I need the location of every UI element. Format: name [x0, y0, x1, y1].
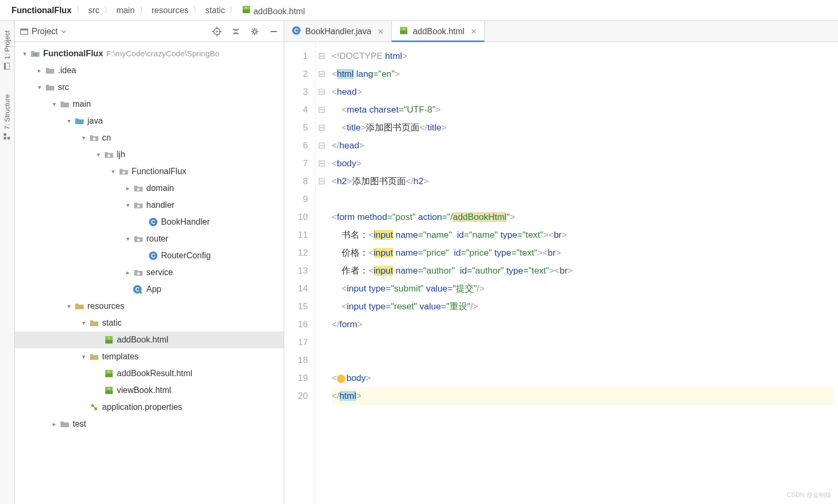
package-icon	[103, 150, 115, 159]
tree-row[interactable]: ▾src	[15, 79, 284, 96]
svg-rect-50	[400, 31, 407, 34]
html-icon: 5	[242, 5, 251, 14]
tree-label: cn	[102, 133, 111, 143]
tree-row[interactable]: ▾java	[15, 113, 284, 129]
tree-label: resources	[87, 301, 124, 311]
tree-arrow-icon[interactable]: ▾	[20, 50, 29, 57]
tree-row[interactable]: CApp	[15, 281, 284, 298]
svg-text:C: C	[135, 286, 139, 293]
tree-arrow-icon[interactable]: ▸	[123, 269, 133, 276]
props-icon	[88, 402, 100, 412]
editor-tabs: CBookHandler.java✕5addBook.html✕	[284, 21, 838, 42]
tree-arrow-icon[interactable]: ▸	[123, 185, 133, 192]
tree-arrow-icon[interactable]: ▸	[35, 67, 44, 74]
tree-row[interactable]: CRouterConfig	[15, 247, 284, 264]
tree-label: BookHandler	[161, 217, 210, 227]
tree-row[interactable]: ▸service	[15, 264, 284, 281]
tree-row[interactable]: 5viewBook.html	[15, 382, 284, 399]
folder-icon	[44, 83, 56, 92]
breadcrumb-item[interactable]: resources	[148, 6, 192, 15]
svg-point-25	[137, 205, 140, 208]
tree-row[interactable]: application.properties	[15, 399, 284, 416]
tree-label: handler	[146, 200, 174, 210]
tree-row[interactable]: ▾cn	[15, 129, 284, 146]
tree-row[interactable]: ▾static	[15, 315, 284, 331]
tree-arrow-icon[interactable]: ▾	[79, 134, 88, 142]
tree-row[interactable]: ▸test	[15, 416, 284, 432]
minimize-icon[interactable]	[269, 27, 278, 36]
breadcrumb: FunctionalFlux〉src〉main〉resources〉static…	[0, 0, 838, 21]
tree-arrow-icon[interactable]: ▾	[123, 235, 133, 243]
tree-row[interactable]: ▾main	[15, 96, 284, 113]
tree-row[interactable]: ▾FunctionalFluxF:\myCode\crazyCode\Sprin…	[15, 45, 284, 62]
tree-arrow-icon[interactable]: ▸	[49, 420, 59, 428]
tree-row[interactable]: ▾resources	[15, 298, 284, 315]
tree-label: addBook.html	[117, 335, 168, 345]
tree-arrow-icon[interactable]: ▾	[79, 353, 88, 360]
code-area[interactable]: 1234567891011121314151617181920 ⊟⊟⊟⊟⊟⊟⊟⊟…	[284, 42, 838, 504]
svg-rect-4	[5, 63, 6, 69]
tree-row[interactable]: ▾FunctionalFlux	[15, 163, 284, 180]
breadcrumb-item[interactable]: static	[202, 6, 228, 15]
svg-rect-41	[105, 390, 113, 394]
project-panel-title[interactable]: Project	[20, 27, 208, 36]
html-icon: 5	[399, 26, 408, 37]
package-icon	[133, 201, 144, 209]
project-tree[interactable]: ▾FunctionalFluxF:\myCode\crazyCode\Sprin…	[15, 42, 284, 504]
gear-icon[interactable]	[250, 27, 260, 36]
gutter-tab[interactable]: 7: Structure	[2, 90, 12, 144]
svg-rect-38	[105, 374, 113, 377]
tree-row[interactable]: ▸.idea	[15, 62, 284, 79]
breadcrumb-item[interactable]: FunctionalFlux	[8, 6, 75, 15]
tree-arrow-icon[interactable]: ▾	[94, 151, 103, 158]
tree-arrow-icon[interactable]: ▾	[79, 319, 88, 327]
tree-arrow-icon[interactable]: ▾	[64, 117, 74, 125]
html-icon: 5	[103, 335, 115, 345]
svg-point-21	[93, 138, 96, 140]
gutter-tab[interactable]: 1: Project	[2, 26, 12, 74]
tree-row[interactable]: ▾ljh	[15, 146, 284, 163]
tree-row[interactable]: 5addBookResult.html	[15, 365, 284, 382]
class-run-icon: C	[133, 285, 144, 294]
breadcrumb-item[interactable]: 5addBook.html	[238, 5, 308, 16]
tree-arrow-icon[interactable]: ▾	[35, 84, 44, 91]
tree-label: service	[146, 268, 173, 277]
tree-label: App	[146, 285, 161, 294]
tree-row[interactable]: ▾router	[15, 230, 284, 247]
tree-arrow-icon[interactable]: ▾	[123, 201, 133, 209]
code-content[interactable]: <!DOCTYPE html><html lang="en"><head> <m…	[327, 42, 838, 504]
breadcrumb-sep: 〉	[103, 5, 113, 16]
folder-res-icon	[74, 302, 85, 310]
breadcrumb-item[interactable]: main	[113, 6, 138, 15]
svg-point-22	[108, 155, 111, 157]
project-panel: Project ▾FunctionalFluxF:\myCode\crazyCo…	[15, 21, 284, 504]
chevron-down-icon	[61, 29, 66, 34]
project-icon	[20, 27, 28, 36]
breadcrumb-item[interactable]: src	[85, 6, 103, 15]
line-gutter: 1234567891011121314151617181920	[284, 42, 316, 504]
svg-rect-7	[8, 137, 11, 139]
tree-arrow-icon[interactable]: ▾	[64, 303, 74, 310]
close-icon[interactable]: ✕	[471, 27, 477, 36]
editor-tab[interactable]: 5addBook.html✕	[392, 21, 485, 42]
class-icon: C	[147, 251, 159, 260]
tree-row[interactable]: CBookHandler	[15, 214, 284, 230]
close-icon[interactable]: ✕	[377, 27, 384, 36]
package-icon	[133, 268, 144, 277]
tree-row[interactable]: ▸domain	[15, 180, 284, 197]
expand-icon[interactable]	[231, 27, 241, 36]
folder-icon	[59, 420, 71, 428]
tree-row[interactable]: ▾handler	[15, 197, 284, 214]
locate-icon[interactable]	[212, 27, 222, 36]
tree-label: RouterConfig	[161, 251, 211, 260]
tree-label: src	[58, 83, 69, 92]
class-icon: C	[147, 217, 159, 227]
project-panel-header: Project	[15, 21, 284, 42]
tree-arrow-icon[interactable]: ▾	[108, 168, 118, 175]
tree-row[interactable]: ▾templates	[15, 348, 284, 365]
tree-label: viewBook.html	[117, 386, 171, 395]
editor-tab[interactable]: CBookHandler.java✕	[284, 21, 392, 42]
tree-arrow-icon[interactable]: ▾	[49, 100, 59, 108]
tree-row[interactable]: 5addBook.html	[15, 331, 284, 348]
folder-icon	[59, 100, 71, 108]
